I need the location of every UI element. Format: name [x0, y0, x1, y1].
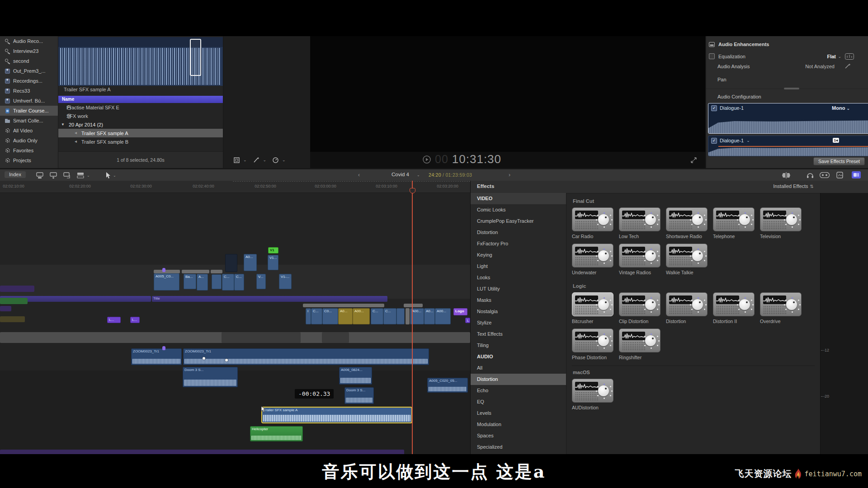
timeline-clip[interactable]: Helicopter: [250, 426, 303, 441]
timeline-clip[interactable]: L...: [130, 317, 140, 323]
browser-row[interactable]: Trailer SFX sample B: [58, 137, 223, 146]
audio-monitor-headphones-icon[interactable]: [807, 172, 814, 178]
connect-edit-icon[interactable]: [35, 172, 44, 179]
effects-category[interactable]: Distortion: [471, 374, 566, 385]
chevron-down-icon[interactable]: ⌄: [282, 158, 286, 162]
timeline[interactable]: 02:02:10:0002:02:20:0002:02:30:0002:02:4…: [0, 181, 471, 454]
sidebar-item[interactable]: Trailer Course...: [0, 106, 58, 116]
playhead-handle[interactable]: [410, 188, 415, 193]
clip-marker[interactable]: [203, 357, 205, 360]
timeline-clip[interactable]: C...: [371, 308, 383, 324]
chevron-down-icon[interactable]: ⌄: [417, 173, 420, 177]
sidebar-item[interactable]: Audio Reco...: [0, 36, 58, 46]
sidebar-item[interactable]: Recordings...: [0, 76, 58, 86]
effect-tile[interactable]: Phase Distortion: [572, 328, 613, 360]
effects-category[interactable]: Echo: [471, 385, 566, 396]
resize-handle[interactable]: [784, 88, 799, 89]
effects-pill-icon[interactable]: [820, 172, 830, 178]
effects-category[interactable]: Stylize: [471, 317, 566, 328]
effect-tile[interactable]: Underwater: [572, 244, 613, 275]
timeline-clip[interactable]: [0, 298, 28, 304]
effect-tile[interactable]: Telephone: [713, 207, 755, 239]
timeline-clip[interactable]: A006_0824...: [339, 367, 372, 385]
effects-category[interactable]: Tiling: [471, 340, 566, 351]
sidebar-item[interactable]: Umhverf. Bú...: [0, 96, 58, 106]
effects-category[interactable]: All: [471, 362, 566, 374]
effects-category[interactable]: Modulation: [471, 419, 566, 430]
effects-category[interactable]: Comic Looks: [471, 204, 566, 216]
timeline-clip[interactable]: V...: [256, 274, 266, 289]
effects-category[interactable]: VIDEO: [471, 193, 566, 204]
effects-category[interactable]: Keying: [471, 249, 566, 261]
timeline-clip[interactable]: [154, 270, 180, 273]
timeline-clip[interactable]: C0...: [322, 308, 338, 324]
effects-category[interactable]: Levels: [471, 408, 566, 419]
effects-category[interactable]: Light: [471, 261, 566, 272]
timeline-clip[interactable]: [396, 308, 405, 324]
channel-checkbox[interactable]: ✓: [711, 138, 717, 144]
chevron-down-icon[interactable]: ⌄: [746, 138, 750, 143]
timeline-clip[interactable]: ZOOM0023_Tr1: [183, 348, 429, 365]
timeline-clip[interactable]: C...: [311, 308, 322, 324]
effect-tile[interactable]: Car Radio: [572, 207, 613, 239]
chevron-down-icon[interactable]: ⌄: [113, 174, 116, 178]
timeline-ruler[interactable]: 02:02:10:0002:02:20:0002:02:30:0002:02:4…: [0, 181, 470, 193]
playhead[interactable]: [412, 181, 413, 454]
append-edit-icon[interactable]: [62, 172, 71, 179]
effect-tile[interactable]: AUDistortion: [572, 379, 613, 410]
effects-category[interactable]: LUT Utility: [471, 283, 566, 295]
effects-category[interactable]: EQ: [471, 396, 566, 408]
timeline-clip[interactable]: C...: [222, 274, 234, 291]
channel-mode[interactable]: Mono ⌄: [832, 105, 850, 111]
sidebar-item[interactable]: Recs33: [0, 86, 58, 96]
project-name[interactable]: Covid 4: [392, 172, 409, 177]
timeline-clip[interactable]: V1...: [268, 255, 278, 270]
effects-category[interactable]: AUDIO: [471, 351, 566, 362]
timeline-clip[interactable]: [303, 304, 384, 307]
clip-marker[interactable]: [225, 359, 228, 361]
fullscreen-expand-icon[interactable]: [690, 157, 697, 164]
timeline-clip[interactable]: V1-...: [279, 274, 292, 289]
effects-category[interactable]: CrumplePop EasyTracker: [471, 216, 566, 227]
effect-tile[interactable]: Television: [760, 207, 802, 239]
analyze-wand-icon[interactable]: [844, 63, 851, 70]
timeline-clip[interactable]: Ba...: [184, 274, 196, 289]
timeline-clip[interactable]: [0, 450, 404, 454]
timeline-clip[interactable]: Logo: [453, 308, 467, 315]
timeline-clip[interactable]: [212, 274, 222, 289]
sidebar-item[interactable]: Favorites: [0, 145, 58, 155]
timeline-clip[interactable]: A0...: [244, 254, 257, 271]
effects-category[interactable]: Specialized: [471, 441, 566, 453]
effects-category[interactable]: Text Effects: [471, 328, 566, 340]
effect-tile[interactable]: Clip Distortion: [619, 292, 660, 324]
installed-effects-selector[interactable]: Installed Effects⇅: [773, 183, 814, 189]
effects-category[interactable]: Looks: [471, 272, 566, 283]
effects-category[interactable]: Spaces: [471, 430, 566, 441]
timeline-clip[interactable]: L: [465, 318, 470, 323]
name-column-header[interactable]: Name: [58, 96, 223, 103]
save-effects-preset-button[interactable]: Save Effects Preset: [813, 157, 865, 165]
timeline-clip[interactable]: [0, 316, 25, 322]
clip-marker[interactable]: [162, 268, 165, 272]
equalization-value[interactable]: Flat: [827, 54, 836, 59]
sidebar-item[interactable]: Interview23: [0, 46, 58, 56]
effects-category[interactable]: Distortion: [471, 227, 566, 238]
chevron-down-icon[interactable]: ⌄: [243, 158, 247, 162]
timeline-clip[interactable]: [322, 332, 349, 343]
sidebar-item[interactable]: Out_Prem3_...: [0, 66, 58, 76]
timeline-clip[interactable]: [211, 270, 222, 273]
effect-tile[interactable]: Distortion II: [713, 292, 755, 324]
timeline-clip[interactable]: L...: [107, 317, 121, 323]
audio-channel-strip[interactable]: ✓ Dialogue-1 ⌄ Mono ⌄: [708, 103, 868, 134]
effect-tile[interactable]: Vintage Radios: [619, 244, 660, 275]
next-project-arrow[interactable]: ›: [509, 172, 510, 178]
timeline-clip[interactable]: A005_C0...: [154, 273, 179, 291]
timeline-clip[interactable]: A00...: [353, 308, 370, 324]
effects-category[interactable]: Masks: [471, 295, 566, 306]
trim-icon[interactable]: [781, 172, 791, 178]
effects-category[interactable]: FxFactory Pro: [471, 238, 566, 249]
effect-tile[interactable]: Overdrive: [760, 292, 802, 324]
timeline-clip[interactable]: Title: [152, 296, 387, 302]
play-icon[interactable]: [422, 155, 431, 164]
timeline-clip[interactable]: Doom 3 S...: [183, 367, 238, 387]
